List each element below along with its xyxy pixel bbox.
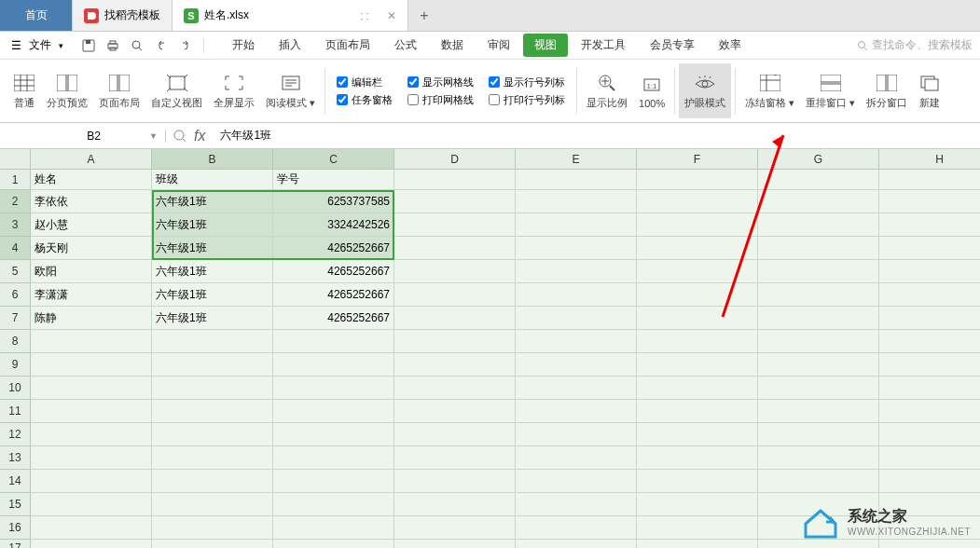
- cell[interactable]: [637, 423, 758, 446]
- cell[interactable]: [758, 170, 879, 190]
- cell[interactable]: [879, 213, 980, 237]
- cell[interactable]: [637, 446, 758, 470]
- cell[interactable]: [394, 400, 516, 423]
- row-header[interactable]: 8: [0, 330, 31, 353]
- row-header[interactable]: 9: [0, 353, 31, 377]
- zoom-button[interactable]: 显示比例: [581, 63, 633, 118]
- cell[interactable]: [637, 260, 758, 283]
- cell[interactable]: [516, 446, 637, 470]
- row-header[interactable]: 15: [0, 493, 31, 516]
- cell[interactable]: 3324242526: [273, 213, 394, 237]
- cell[interactable]: [516, 213, 637, 237]
- cell[interactable]: [879, 307, 980, 330]
- tab-page-layout[interactable]: 页面布局: [314, 34, 381, 57]
- col-header[interactable]: G: [758, 149, 879, 170]
- row-header[interactable]: 16: [0, 516, 31, 540]
- tab-member[interactable]: 会员专享: [639, 34, 706, 57]
- cell[interactable]: [637, 493, 758, 516]
- cell[interactable]: [879, 170, 980, 190]
- cell[interactable]: [516, 470, 637, 493]
- cell[interactable]: [273, 353, 394, 377]
- cell[interactable]: [516, 190, 637, 213]
- tab-start[interactable]: 开始: [221, 34, 266, 57]
- cell[interactable]: [758, 353, 879, 377]
- cell[interactable]: [394, 493, 516, 516]
- col-header[interactable]: H: [879, 149, 980, 170]
- cell[interactable]: [273, 493, 394, 516]
- cell[interactable]: [879, 377, 980, 400]
- cell[interactable]: [879, 400, 980, 423]
- cell[interactable]: [31, 400, 152, 423]
- custom-view-button[interactable]: 自定义视图: [145, 63, 208, 118]
- cell[interactable]: [152, 446, 273, 470]
- home-tab[interactable]: 首页: [0, 0, 73, 31]
- cell[interactable]: [879, 260, 980, 283]
- cell[interactable]: 六年级1班: [152, 283, 273, 307]
- row-header[interactable]: 13: [0, 446, 31, 470]
- cell[interactable]: [273, 423, 394, 446]
- name-box[interactable]: B2 ▼: [31, 130, 166, 143]
- cell[interactable]: [31, 377, 152, 400]
- cell[interactable]: [516, 540, 637, 548]
- checkbox-task-pane[interactable]: [337, 94, 348, 105]
- cell[interactable]: [31, 516, 152, 540]
- cell[interactable]: [273, 470, 394, 493]
- cell[interactable]: [31, 353, 152, 377]
- cell[interactable]: [879, 190, 980, 213]
- cell[interactable]: [516, 400, 637, 423]
- cell[interactable]: 赵小慧: [31, 213, 152, 237]
- cell[interactable]: 杨天刚: [31, 237, 152, 260]
- chevron-down-icon[interactable]: ▼: [149, 131, 158, 141]
- reading-mode-button[interactable]: 阅读模式 ▾: [260, 63, 321, 118]
- cell[interactable]: [758, 190, 879, 213]
- col-header[interactable]: E: [516, 149, 637, 170]
- cell[interactable]: [637, 400, 758, 423]
- cell[interactable]: [394, 213, 516, 237]
- col-header[interactable]: B: [152, 149, 273, 170]
- tab-view[interactable]: 视图: [523, 34, 568, 57]
- tab-formulas[interactable]: 公式: [383, 34, 428, 57]
- cell[interactable]: [637, 237, 758, 260]
- formula-input[interactable]: [213, 130, 980, 143]
- cell[interactable]: [152, 377, 273, 400]
- cell[interactable]: 6253737585: [273, 190, 394, 213]
- redo-button[interactable]: [175, 35, 196, 56]
- cell[interactable]: [637, 540, 758, 548]
- cell[interactable]: [394, 190, 516, 213]
- cells-area[interactable]: 姓名班级学号李依依六年级1班6253737585赵小慧六年级1班33242425…: [31, 170, 980, 548]
- cell[interactable]: [394, 470, 516, 493]
- cell[interactable]: 4265252667: [273, 260, 394, 283]
- cell[interactable]: [516, 353, 637, 377]
- col-header[interactable]: D: [394, 149, 516, 170]
- cell[interactable]: [879, 470, 980, 493]
- cell[interactable]: [758, 330, 879, 353]
- cell[interactable]: [637, 307, 758, 330]
- cell[interactable]: [637, 377, 758, 400]
- col-header[interactable]: A: [31, 149, 152, 170]
- cell[interactable]: 六年级1班: [152, 237, 273, 260]
- check-print-gridlines[interactable]: 打印网格线: [407, 93, 474, 107]
- cell[interactable]: [394, 516, 516, 540]
- row-header[interactable]: 7: [0, 307, 31, 330]
- cell[interactable]: [516, 423, 637, 446]
- cell[interactable]: 4265252667: [273, 283, 394, 307]
- check-print-headings[interactable]: 打印行号列标: [489, 93, 565, 107]
- cell[interactable]: [758, 237, 879, 260]
- cell[interactable]: [394, 283, 516, 307]
- template-tab[interactable]: 找稻壳模板: [73, 0, 173, 31]
- cell[interactable]: 4265252667: [273, 237, 394, 260]
- cell[interactable]: [758, 260, 879, 283]
- tab-review[interactable]: 审阅: [476, 34, 521, 57]
- check-task-pane[interactable]: 任务窗格: [337, 93, 393, 107]
- cell[interactable]: [637, 470, 758, 493]
- cell[interactable]: [879, 353, 980, 377]
- cell[interactable]: [31, 470, 152, 493]
- cell[interactable]: 班级: [152, 170, 273, 190]
- split-window-button[interactable]: 拆分窗口: [861, 63, 913, 118]
- cell[interactable]: [273, 516, 394, 540]
- cell[interactable]: [637, 213, 758, 237]
- undo-button[interactable]: [151, 35, 172, 56]
- cell[interactable]: [516, 330, 637, 353]
- cell[interactable]: [637, 353, 758, 377]
- cell[interactable]: [273, 377, 394, 400]
